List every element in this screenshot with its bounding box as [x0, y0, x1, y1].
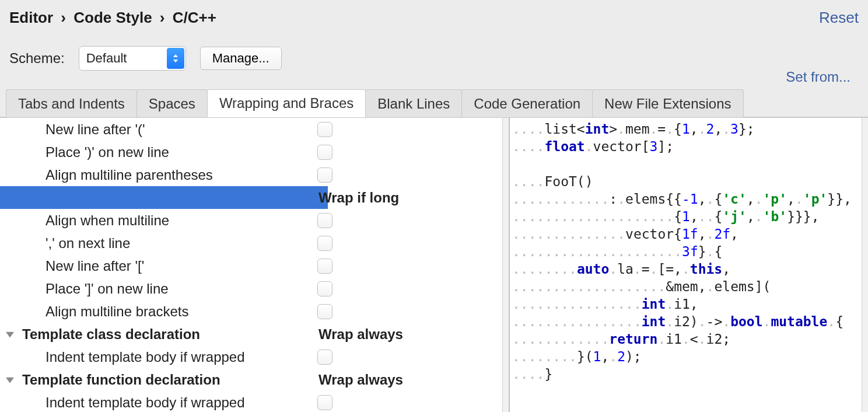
scheme-select[interactable]: Default [79, 46, 186, 71]
select-stepper-icon [167, 48, 184, 69]
tabs-bar: Tabs and Indents Spaces Wrapping and Bra… [0, 89, 868, 117]
setting-row[interactable]: Place ')' on new line [0, 141, 509, 163]
setting-label: Indent template body if wrapped [0, 349, 245, 365]
code-line: ..............vector{1f,.2f, [510, 225, 868, 243]
code-line: .....................3f}.{ [510, 243, 868, 260]
set-from-link[interactable]: Set from... [786, 69, 850, 89]
setting-row[interactable]: Align when multiline [0, 209, 509, 232]
setting-checkbox[interactable] [317, 304, 332, 319]
tab-code-generation[interactable]: Code Generation [461, 89, 593, 117]
section-label: Template function declaration [22, 372, 220, 388]
setting-label: Align multiline brackets [0, 303, 188, 320]
setting-label: ',' on next line [0, 235, 130, 252]
breadcrumb-sep: › [160, 9, 165, 26]
tab-blank-lines[interactable]: Blank Lines [365, 89, 462, 117]
code-line: ................int.i1, [510, 295, 868, 313]
code-line [510, 155, 868, 173]
code-line: ........auto.la.=.[=,.this, [510, 260, 868, 278]
code-line: ....FooT() [510, 173, 868, 190]
setting-label: Indent template body if wrapped [0, 394, 245, 411]
setting-row[interactable]: New line after '(' [0, 118, 509, 141]
wrap-value[interactable]: Wrap if long [318, 190, 399, 206]
setting-row[interactable]: Indent template body if wrapped [0, 345, 509, 368]
setting-label: Place ']' on new line [0, 281, 169, 297]
code-line: ........}(1,.2); [510, 348, 868, 365]
breadcrumb: Editor › Code Style › C/C++ [9, 9, 216, 27]
setting-checkbox[interactable] [317, 259, 332, 274]
code-preview: ....list<int>.mem.=.{1,.2,.3};....float.… [510, 118, 868, 412]
setting-row[interactable]: ',' on next line [0, 232, 509, 254]
wrap-value[interactable]: Wrap always [318, 326, 403, 343]
breadcrumb-part: Code Style [74, 9, 152, 26]
code-line: ............:.elems{{-1,.{'c',.'p',.'p'}… [510, 190, 868, 208]
disclosure-down-icon[interactable] [5, 329, 15, 340]
setting-row[interactable]: Align multiline brackets [0, 300, 509, 323]
setting-label: Align when multiline [0, 212, 169, 229]
setting-checkbox[interactable] [317, 281, 332, 296]
code-line: ....list<int>.mem.=.{1,.2,.3}; [510, 120, 868, 138]
setting-label: Align multiline parentheses [0, 167, 213, 183]
setting-checkbox[interactable] [317, 167, 332, 183]
tab-new-file-ext[interactable]: New File Extensions [592, 89, 743, 117]
setting-row[interactable]: New line after '[' [0, 254, 509, 277]
reset-link[interactable]: Reset [819, 9, 859, 27]
setting-checkbox[interactable] [317, 122, 332, 137]
setting-checkbox[interactable] [317, 145, 332, 160]
setting-label: New line after '[' [0, 258, 144, 274]
settings-tree[interactable]: New line after '(' Place ')' on new line… [0, 118, 510, 412]
tab-spaces[interactable]: Spaces [136, 89, 208, 117]
code-line: ................int.i2).->.bool.mutable.… [510, 313, 868, 330]
code-line: ...................&mem,.elems]( [510, 278, 868, 295]
setting-label: Place ')' on new line [0, 144, 169, 160]
tab-tabs-indents[interactable]: Tabs and Indents [6, 89, 137, 117]
setting-checkbox[interactable] [317, 395, 332, 410]
scheme-label: Scheme: [9, 50, 65, 67]
breadcrumb-sep: › [61, 9, 66, 26]
setting-row[interactable]: Indent template body if wrapped [0, 391, 509, 412]
section-template-function[interactable]: Template function declaration Wrap alway… [0, 368, 509, 391]
section-template-class[interactable]: Template class declaration Wrap always [0, 323, 509, 345]
code-line: ....float.vector[3]; [510, 138, 868, 155]
setting-checkbox[interactable] [317, 213, 332, 228]
code-line: ....} [510, 365, 868, 383]
manage-button[interactable]: Manage... [200, 47, 282, 70]
scheme-value: Default [86, 51, 127, 66]
code-line: ....................{1,..{'j',.'b'}}}, [510, 208, 868, 225]
setting-checkbox[interactable] [317, 236, 332, 251]
setting-checkbox[interactable] [317, 350, 332, 365]
tab-wrapping-braces[interactable]: Wrapping and Braces [207, 89, 366, 117]
breadcrumb-part: C/C++ [173, 9, 216, 26]
section-lambda-capture[interactable]: Lambda capture list Wrap if long [0, 186, 509, 209]
setting-row[interactable]: Align multiline parentheses [0, 163, 509, 186]
setting-label: New line after '(' [0, 121, 145, 138]
setting-row[interactable]: Place ']' on new line [0, 277, 509, 300]
wrap-value[interactable]: Wrap always [318, 372, 403, 388]
section-label: Template class declaration [22, 326, 200, 343]
disclosure-down-icon[interactable] [5, 375, 15, 385]
breadcrumb-part: Editor [9, 9, 53, 26]
code-line: ............return.i1.<.i2; [510, 330, 868, 348]
